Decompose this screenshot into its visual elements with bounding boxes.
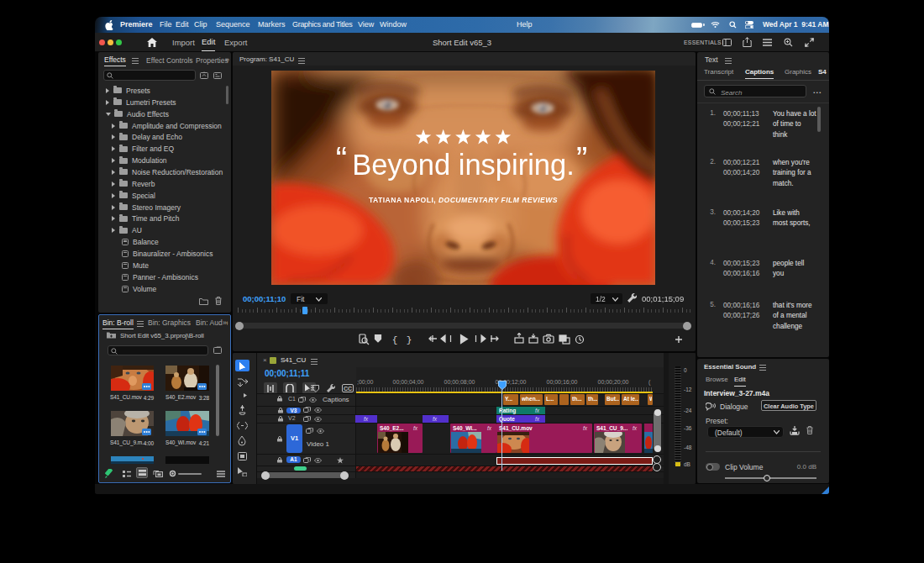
svg-text:CC: CC: [344, 386, 352, 392]
svg-text:{: {: [392, 335, 398, 345]
svg-text:”: ”: [576, 140, 587, 177]
svg-text:Beyond inspiring.: Beyond inspiring.: [352, 149, 575, 181]
svg-text:“: “: [336, 140, 347, 177]
svg-text:}: }: [407, 335, 412, 345]
svg-text:TATIANA NAPOLI, DOCUMENTARY FI: TATIANA NAPOLI, DOCUMENTARY FILM REVIEWS: [369, 196, 558, 204]
